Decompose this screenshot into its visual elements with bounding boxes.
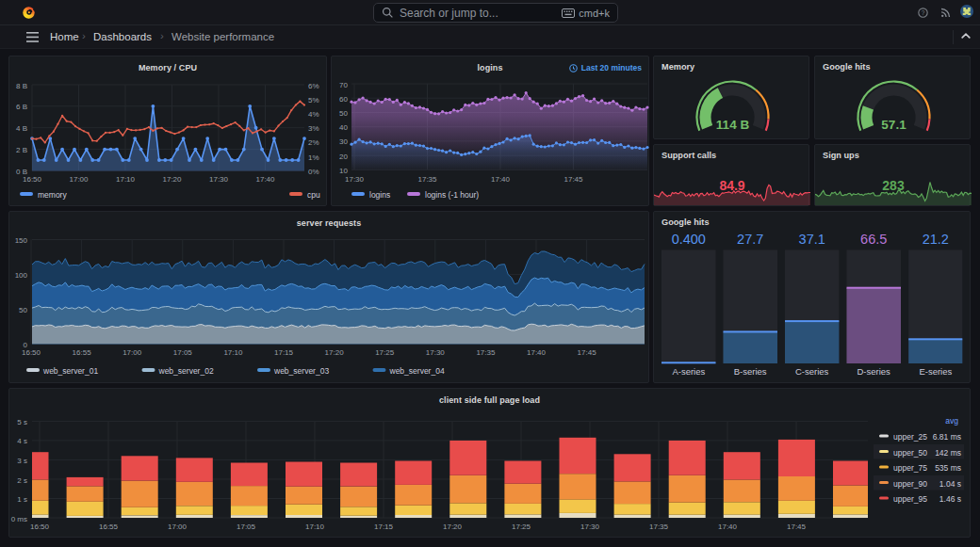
- svg-text:web_server_03: web_server_03: [273, 366, 329, 376]
- svg-text:1 s: 1 s: [17, 495, 27, 504]
- svg-text:142 ms: 142 ms: [935, 448, 961, 458]
- svg-text:memory: memory: [38, 190, 67, 200]
- svg-text:17:35: 17:35: [476, 348, 496, 357]
- svg-text:150: 150: [15, 236, 28, 245]
- svg-text:web_server_01: web_server_01: [42, 366, 98, 376]
- svg-text:upper_90: upper_90: [893, 479, 927, 489]
- svg-text:17:30: 17:30: [580, 523, 600, 531]
- svg-text:37.1: 37.1: [799, 232, 825, 247]
- svg-text:E-series: E-series: [919, 366, 952, 377]
- svg-text:17:15: 17:15: [374, 523, 394, 531]
- svg-text:1.04 s: 1.04 s: [939, 479, 961, 489]
- svg-text:17:30: 17:30: [345, 175, 365, 184]
- svg-text:40: 40: [339, 123, 348, 132]
- svg-text:0.400: 0.400: [672, 232, 706, 247]
- svg-text:5%: 5%: [308, 96, 319, 105]
- svg-text:17:25: 17:25: [512, 523, 531, 531]
- svg-text:17:10: 17:10: [305, 523, 325, 531]
- svg-text:17:35: 17:35: [649, 523, 669, 531]
- svg-text:17:00: 17:00: [69, 175, 89, 184]
- svg-text:2 s: 2 s: [17, 476, 27, 485]
- svg-text:16:55: 16:55: [73, 348, 92, 357]
- svg-text:3%: 3%: [308, 124, 319, 133]
- svg-text:17:00: 17:00: [168, 523, 188, 531]
- svg-text:17:30: 17:30: [209, 175, 229, 184]
- svg-text:30: 30: [339, 137, 348, 146]
- svg-text:17:45: 17:45: [564, 175, 583, 184]
- svg-text:6 B: 6 B: [16, 103, 27, 111]
- svg-text:17:20: 17:20: [162, 175, 182, 184]
- svg-text:6.81 ms: 6.81 ms: [933, 432, 961, 442]
- svg-text:D-series: D-series: [858, 366, 891, 377]
- svg-text:17:40: 17:40: [255, 175, 275, 184]
- svg-text:17:40: 17:40: [491, 175, 511, 184]
- svg-text:66.5: 66.5: [860, 232, 887, 247]
- svg-text:web_server_04: web_server_04: [389, 366, 445, 376]
- svg-text:100: 100: [15, 271, 28, 280]
- svg-text:17:40: 17:40: [718, 523, 738, 531]
- svg-text:1.46 s: 1.46 s: [939, 494, 961, 504]
- svg-text:16:50: 16:50: [30, 523, 50, 531]
- svg-text:17:20: 17:20: [325, 348, 345, 357]
- svg-text:16:50: 16:50: [23, 175, 42, 184]
- svg-text:17:10: 17:10: [223, 348, 243, 357]
- svg-text:17:15: 17:15: [274, 348, 294, 357]
- svg-text:upper_25: upper_25: [893, 432, 927, 442]
- svg-text:4 B: 4 B: [16, 124, 27, 133]
- svg-text:2 B: 2 B: [16, 146, 27, 154]
- svg-text:21.2: 21.2: [923, 232, 949, 247]
- svg-text:avg: avg: [945, 416, 958, 426]
- svg-text:17:25: 17:25: [375, 348, 395, 357]
- svg-text:84.9: 84.9: [719, 178, 744, 193]
- svg-text:535 ms: 535 ms: [935, 463, 961, 473]
- svg-text:4%: 4%: [308, 110, 319, 119]
- svg-text:6%: 6%: [308, 82, 319, 90]
- svg-text:27.7: 27.7: [737, 232, 763, 247]
- svg-text:17:45: 17:45: [787, 523, 807, 531]
- svg-text:16:55: 16:55: [99, 523, 119, 531]
- svg-text:60: 60: [339, 95, 348, 104]
- svg-text:upper_50: upper_50: [893, 448, 927, 458]
- svg-text:?: ?: [922, 9, 925, 16]
- svg-text:1%: 1%: [308, 153, 319, 162]
- svg-text:70: 70: [339, 81, 348, 89]
- svg-text:8 B: 8 B: [16, 82, 27, 90]
- svg-text:17:00: 17:00: [122, 348, 142, 357]
- svg-text:50: 50: [339, 109, 348, 118]
- svg-text:upper_95: upper_95: [893, 494, 927, 504]
- svg-text:17:05: 17:05: [173, 348, 193, 357]
- svg-text:57.1: 57.1: [881, 118, 906, 132]
- svg-text:17:40: 17:40: [527, 348, 547, 357]
- svg-text:5 s: 5 s: [17, 418, 27, 426]
- svg-text:114 B: 114 B: [716, 118, 750, 132]
- svg-text:A-series: A-series: [672, 366, 705, 377]
- svg-text:17:45: 17:45: [578, 348, 597, 357]
- svg-text:16:50: 16:50: [22, 348, 41, 357]
- svg-text:283: 283: [882, 178, 905, 193]
- svg-text:logins (-1 hour): logins (-1 hour): [425, 190, 479, 200]
- svg-text:C-series: C-series: [795, 366, 829, 377]
- svg-text:cpu: cpu: [307, 190, 320, 200]
- svg-text:17:30: 17:30: [426, 348, 446, 357]
- svg-text:50: 50: [19, 306, 27, 314]
- svg-text:2%: 2%: [308, 138, 319, 147]
- svg-text:0 ms: 0 ms: [11, 515, 27, 523]
- svg-text:17:10: 17:10: [116, 175, 136, 184]
- svg-text:17:20: 17:20: [443, 523, 463, 531]
- svg-text:3 s: 3 s: [17, 457, 27, 465]
- svg-text:B-series: B-series: [734, 366, 767, 377]
- svg-text:0%: 0%: [308, 168, 319, 176]
- svg-text:upper_75: upper_75: [893, 463, 927, 473]
- svg-text:17:35: 17:35: [417, 175, 437, 184]
- svg-text:4 s: 4 s: [17, 437, 27, 445]
- svg-text:17:05: 17:05: [237, 523, 256, 531]
- svg-text:logins: logins: [369, 190, 390, 200]
- svg-text:web_server_02: web_server_02: [158, 366, 214, 376]
- svg-text:20: 20: [339, 153, 348, 161]
